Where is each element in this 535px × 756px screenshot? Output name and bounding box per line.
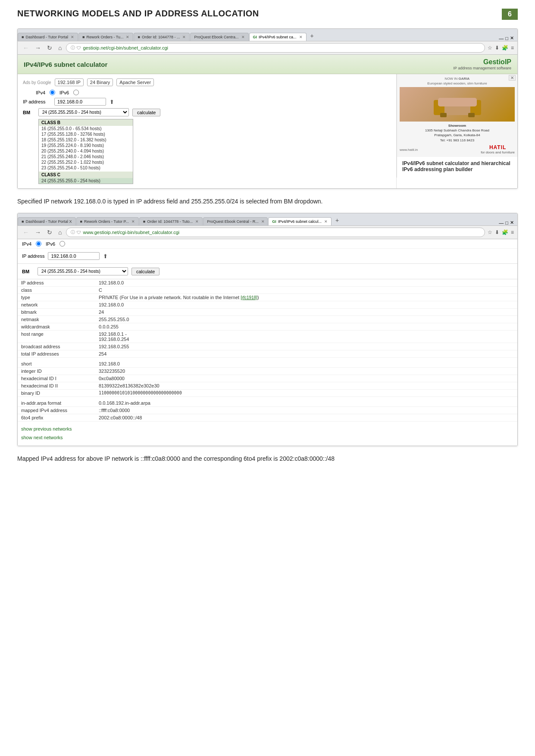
- bm-item-21[interactable]: 21 (255.255.248.0 - 2.046 hosts): [39, 154, 133, 159]
- minimize-btn-2[interactable]: —: [499, 220, 504, 225]
- result-value: 0.0.168.192.in-addr.arpa: [95, 397, 517, 407]
- result-label: mapped IPv4 address: [18, 407, 95, 414]
- ipv4-radio-2[interactable]: [36, 241, 41, 247]
- ipv6-radio-2[interactable]: [59, 241, 65, 247]
- apache-ad-input[interactable]: Apache Server: [116, 78, 154, 86]
- tab2-close-3[interactable]: ✕: [195, 219, 199, 224]
- close-btn-2[interactable]: ✕: [510, 220, 514, 225]
- tab2-dashboard[interactable]: ■ Dashboard - Tutor Portal X: [18, 217, 76, 225]
- tab-icon-n3: ■: [138, 35, 140, 39]
- tab2-rework[interactable]: ■ Rework Orders - Tutor P... ✕: [76, 217, 139, 225]
- ipv4-label-2: IPv4: [22, 241, 31, 247]
- download-icon[interactable]: ⬇: [495, 45, 499, 51]
- bm-item-23[interactable]: 23 (255.255.254.0 - 510 hosts): [39, 165, 133, 171]
- maximize-btn[interactable]: □: [505, 36, 508, 41]
- tab2-label-4: ProQuest Ebook Central - R...: [207, 219, 259, 224]
- gestioip-tagline: IP address management software: [454, 66, 511, 70]
- page-title: NETWORKING MODELS AND IP ADDRESS ALLOCAT…: [17, 9, 259, 19]
- reload-button[interactable]: ↻: [45, 44, 54, 52]
- bm-item-22[interactable]: 22 (255.255.252.0 - 1.022 hosts): [39, 159, 133, 165]
- home-button-2[interactable]: ⌂: [56, 228, 63, 237]
- bm-item-18[interactable]: 18 (255.255.192.0 - 16.382 hosts): [39, 137, 133, 143]
- tab2-label-3: Order Id: 1044778 - Tuto...: [147, 219, 193, 224]
- download-icon-2[interactable]: ⬇: [495, 229, 499, 235]
- menu-icon-2[interactable]: ≡: [511, 229, 514, 235]
- tab2-label-1: Dashboard - Tutor Portal X: [25, 219, 72, 224]
- ad-brand: GARIA: [459, 77, 470, 81]
- tab-proquest[interactable]: ProQuest Ebook Centra... ✕: [190, 33, 248, 41]
- binary-ad-input[interactable]: 24 Binary: [87, 78, 113, 86]
- tab-close-4[interactable]: ✕: [241, 35, 245, 39]
- ad-furniture-image: [400, 87, 515, 122]
- forward-button-2[interactable]: →: [33, 228, 43, 237]
- tab-close-1[interactable]: ✕: [71, 35, 74, 39]
- address-bar-1[interactable]: ⓘ 🛡 gestioip.net/cgi-bin/subnet_calculat…: [66, 43, 485, 53]
- rfc1918-link[interactable]: [rfc1918]: [241, 295, 257, 300]
- bm-item-17[interactable]: 17 (255.255.128.0 - 32766 hosts): [39, 131, 133, 137]
- calc-description: IPv4/IPv6 subnet calculator and hierarch…: [397, 157, 517, 178]
- ip-address-input-2[interactable]: [48, 252, 100, 260]
- bookmarks-icon-2[interactable]: ☆: [488, 229, 492, 235]
- maximize-btn-2[interactable]: □: [505, 220, 508, 225]
- back-button[interactable]: ←: [21, 44, 31, 52]
- tab2-close-4[interactable]: ✕: [261, 219, 265, 224]
- tab2-proquest[interactable]: ProQuest Ebook Central - R... ✕: [203, 217, 268, 225]
- tab2-icon-n2: ■: [80, 219, 82, 224]
- tab-subnet-calc[interactable]: GI IPv4/IPv6 subnet ca... ✕: [249, 33, 307, 41]
- browser-tabs-2: ■ Dashboard - Tutor Portal X ■ Rework Or…: [18, 213, 517, 225]
- new-tab-button-2[interactable]: +: [332, 215, 342, 225]
- page-number: 6: [502, 9, 518, 20]
- minimize-btn[interactable]: —: [499, 36, 504, 41]
- home-button[interactable]: ⌂: [56, 44, 63, 52]
- back-button-2[interactable]: ←: [21, 228, 31, 237]
- bm-item-20[interactable]: 20 (255.255.240.0 - 4.094 hosts): [39, 148, 133, 154]
- result-label: host range: [18, 331, 95, 343]
- ip-address-input[interactable]: [54, 98, 106, 106]
- ipv4-radio[interactable]: [50, 90, 55, 95]
- ipv4-label: IPv4: [36, 90, 45, 95]
- bm-select-2[interactable]: 24 (255.255.255.0 - 254 hosts): [38, 267, 128, 275]
- bm-item-16[interactable]: 16 (255.255.0.0 - 65.534 hosts): [39, 126, 133, 131]
- bm-select[interactable]: 24 (255.255.255.0 - 254 hosts): [38, 108, 129, 116]
- tab-close-5[interactable]: ✕: [299, 35, 303, 39]
- menu-icon[interactable]: ≡: [511, 45, 514, 51]
- result-value: 192.168.0: [95, 358, 517, 368]
- class-b-header: CLASS B: [39, 119, 133, 126]
- tab-close-3[interactable]: ✕: [182, 35, 186, 39]
- ipv6-label-2: IPv6: [46, 241, 55, 247]
- ip-address-label-2: IP address: [22, 253, 44, 259]
- extensions-icon-2[interactable]: 🧩: [502, 229, 508, 235]
- ip-address-label: IP address: [23, 99, 51, 104]
- bm-item-24[interactable]: 24 (255.255.255.0 - 254 hosts): [39, 178, 133, 184]
- upload-icon-2: ⬆: [103, 253, 108, 259]
- ipv6-radio[interactable]: [73, 90, 79, 95]
- bm-item-19[interactable]: 19 (255.255.224.0 - 8.190 hosts): [39, 143, 133, 148]
- calculate-button-2[interactable]: calculate: [131, 268, 160, 275]
- ip-ad-input[interactable]: 192.168 IP: [55, 78, 84, 86]
- bookmarks-icon[interactable]: ☆: [488, 45, 492, 51]
- new-tab-button[interactable]: +: [307, 31, 317, 41]
- calc-inputs-row-2: IP address ⬆: [18, 249, 517, 264]
- extensions-icon[interactable]: 🧩: [502, 45, 508, 51]
- tab2-icon-n3: ■: [143, 219, 145, 224]
- tab2-close-2[interactable]: ✕: [131, 219, 135, 224]
- tab-dashboard[interactable]: ■ Dashboard - Tutor Portal ✕: [18, 33, 78, 41]
- show-next-link[interactable]: show next networks: [21, 434, 514, 442]
- result-value: 192.168.0.255: [95, 343, 517, 350]
- tab2-close-5[interactable]: ✕: [324, 219, 328, 224]
- ad-close-button[interactable]: ✕: [509, 75, 516, 81]
- calculate-button[interactable]: calculate: [132, 109, 160, 116]
- reload-button-2[interactable]: ↻: [45, 228, 54, 237]
- tab-order[interactable]: ■ Order Id: 1044778 - ... ✕: [134, 33, 190, 41]
- tab-close-2[interactable]: ✕: [126, 35, 129, 39]
- browser-toolbar-1: ← → ↻ ⌂ ⓘ 🛡 gestioip.net/cgi-bin/subnet_…: [18, 41, 517, 55]
- forward-button[interactable]: →: [33, 44, 43, 52]
- tab2-order[interactable]: ■ Order Id: 1044778 - Tuto... ✕: [139, 217, 203, 225]
- close-btn[interactable]: ✕: [510, 35, 514, 41]
- svg-rect-3: [438, 98, 477, 106]
- ad-website: www.hatil.in: [400, 148, 418, 152]
- address-bar-2[interactable]: ⓘ 🛡 www.gestioip.net/cgi-bin/subnet_calc…: [66, 228, 485, 237]
- tab-rework[interactable]: ■ Rework Orders - Tu... ✕: [78, 33, 133, 41]
- show-previous-link[interactable]: show previous networks: [21, 425, 514, 434]
- tab2-subnet-calc[interactable]: GI IPv4/IPv6 subnet calcul... ✕: [268, 217, 332, 225]
